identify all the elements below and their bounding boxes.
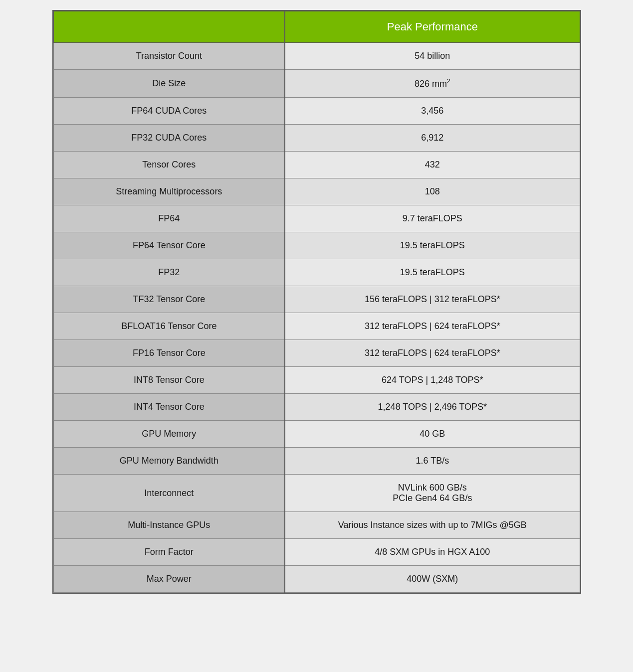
spec-value: 19.5 teraFLOPS <box>285 259 580 286</box>
table-row: Tensor Cores432 <box>53 152 580 178</box>
table-row: INT8 Tensor Core624 TOPS | 1,248 TOPS* <box>53 367 580 394</box>
table-row: FP64 CUDA Cores3,456 <box>53 98 580 125</box>
table-row: FP32 CUDA Cores6,912 <box>53 125 580 152</box>
spec-value: 108 <box>285 178 580 205</box>
spec-label: TF32 Tensor Core <box>53 286 285 313</box>
spec-label: Die Size <box>53 70 285 98</box>
spec-value: NVLink 600 GB/sPCIe Gen4 64 GB/s <box>285 475 580 512</box>
spec-value: 432 <box>285 152 580 178</box>
spec-value: 19.5 teraFLOPS <box>285 232 580 259</box>
spec-label: FP64 Tensor Core <box>53 232 285 259</box>
spec-label: BFLOAT16 Tensor Core <box>53 313 285 340</box>
spec-label: FP64 CUDA Cores <box>53 98 285 125</box>
spec-value: 156 teraFLOPS | 312 teraFLOPS* <box>285 286 580 313</box>
spec-label: Interconnect <box>53 475 285 512</box>
spec-value: 40 GB <box>285 421 580 448</box>
spec-label: Max Power <box>53 566 285 593</box>
header-col1 <box>53 11 285 43</box>
table-row: Multi-Instance GPUsVarious Instance size… <box>53 512 580 539</box>
spec-value: 4/8 SXM GPUs in HGX A100 <box>285 539 580 566</box>
spec-label: Transistor Count <box>53 43 285 70</box>
spec-label: INT4 Tensor Core <box>53 394 285 421</box>
spec-value: 312 teraFLOPS | 624 teraFLOPS* <box>285 340 580 367</box>
spec-label: Multi-Instance GPUs <box>53 512 285 539</box>
table-row: FP16 Tensor Core312 teraFLOPS | 624 tera… <box>53 340 580 367</box>
header-col2: Peak Performance <box>285 11 580 43</box>
table-row: INT4 Tensor Core1,248 TOPS | 2,496 TOPS* <box>53 394 580 421</box>
spec-value: 826 mm2 <box>285 70 580 98</box>
spec-value: 400W (SXM) <box>285 566 580 593</box>
table-row: BFLOAT16 Tensor Core312 teraFLOPS | 624 … <box>53 313 580 340</box>
spec-table: Peak Performance Transistor Count54 bill… <box>53 11 580 593</box>
spec-label: FP32 CUDA Cores <box>53 125 285 152</box>
header-row: Peak Performance <box>53 11 580 43</box>
spec-label: INT8 Tensor Core <box>53 367 285 394</box>
spec-value: 624 TOPS | 1,248 TOPS* <box>285 367 580 394</box>
table-row: GPU Memory Bandwidth1.6 TB/s <box>53 448 580 475</box>
spec-label: Streaming Multiprocessors <box>53 178 285 205</box>
table-row: Max Power400W (SXM) <box>53 566 580 593</box>
table-row: Transistor Count54 billion <box>53 43 580 70</box>
table-row: FP649.7 teraFLOPS <box>53 205 580 232</box>
spec-label: Form Factor <box>53 539 285 566</box>
table-row: TF32 Tensor Core156 teraFLOPS | 312 tera… <box>53 286 580 313</box>
spec-label: FP16 Tensor Core <box>53 340 285 367</box>
spec-label: GPU Memory Bandwidth <box>53 448 285 475</box>
table-row: FP3219.5 teraFLOPS <box>53 259 580 286</box>
spec-value: 3,456 <box>285 98 580 125</box>
spec-value: 1.6 TB/s <box>285 448 580 475</box>
spec-table-container: Peak Performance Transistor Count54 bill… <box>52 10 581 594</box>
spec-value: 6,912 <box>285 125 580 152</box>
table-row: Streaming Multiprocessors108 <box>53 178 580 205</box>
spec-label: Tensor Cores <box>53 152 285 178</box>
spec-value: 9.7 teraFLOPS <box>285 205 580 232</box>
spec-value: Various Instance sizes with up to 7MIGs … <box>285 512 580 539</box>
spec-label: GPU Memory <box>53 421 285 448</box>
spec-value: 312 teraFLOPS | 624 teraFLOPS* <box>285 313 580 340</box>
table-row: GPU Memory40 GB <box>53 421 580 448</box>
spec-label: FP32 <box>53 259 285 286</box>
table-row: Form Factor4/8 SXM GPUs in HGX A100 <box>53 539 580 566</box>
table-row: Die Size826 mm2 <box>53 70 580 98</box>
spec-label: FP64 <box>53 205 285 232</box>
table-row: FP64 Tensor Core19.5 teraFLOPS <box>53 232 580 259</box>
spec-value: 1,248 TOPS | 2,496 TOPS* <box>285 394 580 421</box>
spec-value: 54 billion <box>285 43 580 70</box>
table-row: InterconnectNVLink 600 GB/sPCIe Gen4 64 … <box>53 475 580 512</box>
